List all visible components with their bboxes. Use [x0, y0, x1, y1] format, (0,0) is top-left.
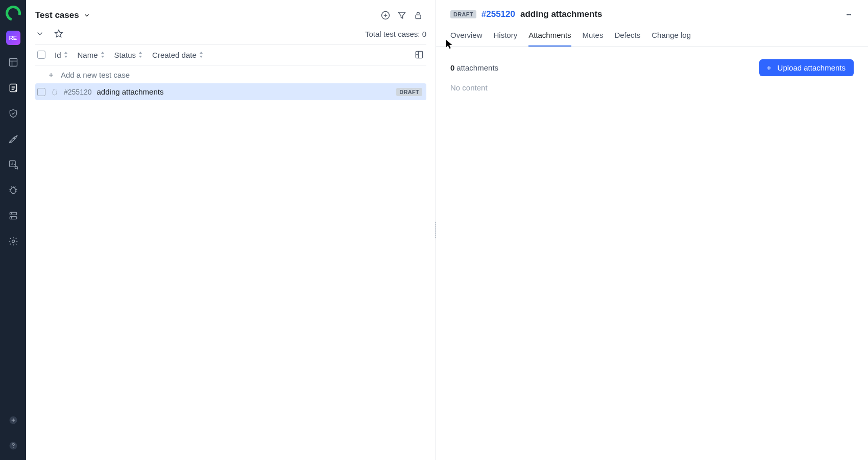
status-badge: DRAFT	[396, 88, 422, 96]
create-button[interactable]	[377, 7, 394, 24]
svg-point-9	[11, 217, 12, 218]
detail-tabs: Overview History Attachments Mutes Defec…	[436, 24, 868, 47]
logo-icon	[3, 3, 23, 24]
nav-settings[interactable]	[5, 233, 21, 249]
test-case-name: adding attachments	[97, 87, 164, 96]
columns-config-button[interactable]	[414, 50, 424, 60]
nav-dashboards[interactable]	[5, 54, 21, 71]
upload-label: Upload attachments	[778, 63, 846, 72]
tab-mutes[interactable]: Mutes	[583, 31, 604, 47]
test-cases-pane: Test cases T	[26, 0, 436, 460]
nav-test-cases[interactable]	[5, 80, 21, 96]
page-title: Test cases	[35, 10, 79, 20]
tab-change-log[interactable]: Change log	[652, 31, 691, 47]
nav-create[interactable]	[5, 412, 21, 428]
nav-defects[interactable]	[5, 182, 21, 198]
filter-button[interactable]	[394, 7, 410, 24]
detail-header: DRAFT #255120 adding attachments	[436, 0, 868, 24]
grab-icon	[51, 88, 59, 96]
svg-rect-0	[9, 59, 17, 66]
sort-icon	[100, 52, 105, 58]
plus-icon	[765, 64, 773, 72]
test-case-id: #255120	[64, 88, 92, 96]
detail-title: adding attachments	[520, 9, 602, 19]
gear-icon	[8, 236, 18, 246]
column-name[interactable]: Name	[78, 51, 105, 59]
filter-icon	[397, 10, 407, 20]
svg-point-5	[11, 188, 16, 194]
detail-id[interactable]: #255120	[481, 9, 515, 19]
analytics-icon	[8, 159, 18, 170]
svg-rect-15	[416, 15, 421, 18]
total-count-label: Total test cases: 0	[365, 30, 426, 38]
nav-test-plans[interactable]	[5, 105, 21, 122]
test-cases-icon	[8, 83, 18, 93]
table-header: Id Name Status Created date	[35, 44, 426, 65]
drag-handle[interactable]	[51, 88, 59, 96]
detail-pane: DRAFT #255120 adding attachments Overvie…	[436, 0, 868, 460]
tab-overview[interactable]: Overview	[450, 31, 483, 47]
table-row[interactable]: #255120 adding attachments DRAFT	[35, 83, 426, 100]
tab-history[interactable]: History	[494, 31, 518, 47]
nav-environments[interactable]	[5, 208, 21, 224]
svg-rect-3	[9, 161, 15, 167]
attachments-toolbar: 0attachments Upload attachments	[436, 47, 868, 76]
pane-header: Test cases	[26, 0, 436, 25]
add-placeholder: Add a new test case	[61, 71, 130, 79]
row-checkbox[interactable]	[37, 88, 45, 96]
svg-point-8	[11, 213, 12, 214]
sort-icon	[138, 52, 143, 58]
server-icon	[8, 211, 18, 221]
sort-icon	[199, 52, 204, 58]
tab-attachments[interactable]: Attachments	[528, 31, 571, 47]
select-all-checkbox[interactable]	[37, 51, 45, 59]
nav-help[interactable]	[5, 438, 21, 454]
column-status[interactable]: Status	[114, 51, 143, 59]
favorite-button[interactable]	[54, 29, 64, 39]
plus-circle-icon	[380, 10, 391, 20]
column-created-date[interactable]: Created date	[152, 51, 204, 59]
help-icon	[8, 441, 18, 451]
bug-icon	[8, 185, 18, 195]
page-title-dropdown[interactable]: Test cases	[35, 10, 90, 20]
dashboard-icon	[8, 57, 18, 67]
app-logo[interactable]	[5, 5, 21, 21]
chevron-down-icon	[35, 29, 44, 38]
status-badge: DRAFT	[450, 10, 476, 18]
attachments-count: 0attachments	[450, 63, 498, 72]
sub-toolbar: Total test cases: 0	[26, 25, 436, 44]
plus-icon	[47, 72, 55, 79]
lock-open-icon	[413, 10, 423, 20]
columns-icon	[414, 50, 424, 60]
nav-launches[interactable]	[5, 131, 21, 147]
nav-analytics[interactable]	[5, 156, 21, 173]
chevron-down-icon	[83, 12, 90, 19]
svg-point-10	[12, 240, 14, 243]
star-icon	[54, 29, 64, 39]
empty-state: No content	[436, 76, 868, 99]
main-split: Test cases T	[26, 0, 868, 460]
sort-icon	[63, 52, 68, 58]
rocket-icon	[8, 134, 18, 144]
collapse-all-button[interactable]	[35, 29, 44, 38]
column-id[interactable]: Id	[55, 51, 68, 59]
lock-button[interactable]	[410, 7, 426, 24]
svg-point-13	[13, 447, 13, 448]
add-test-case-input[interactable]: Add a new test case	[26, 65, 436, 83]
tab-defects[interactable]: Defects	[614, 31, 640, 47]
plus-circle-icon	[8, 415, 18, 425]
user-avatar[interactable]: RE	[6, 31, 20, 45]
upload-attachments-button[interactable]: Upload attachments	[759, 59, 854, 76]
shield-check-icon	[8, 108, 18, 119]
nav-rail: RE	[0, 0, 26, 460]
more-actions-button[interactable]	[841, 7, 856, 21]
svg-point-2	[13, 137, 15, 139]
